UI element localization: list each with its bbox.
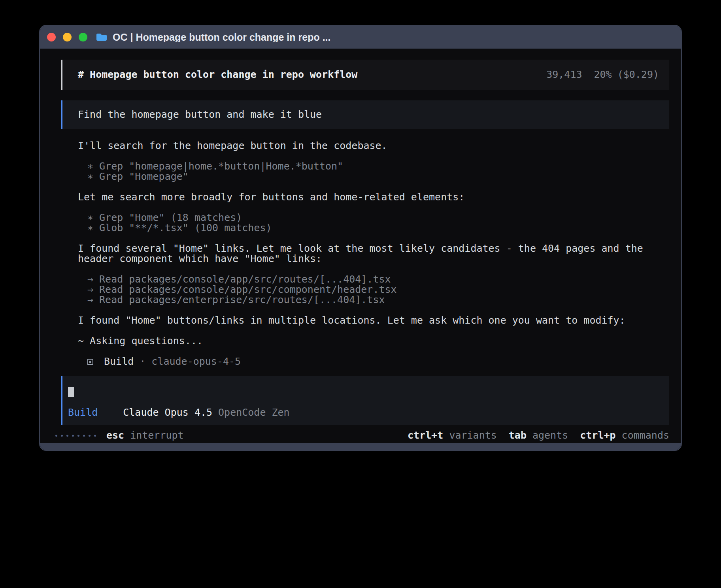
window-titlebar: OC | Homepage button color change in rep… (40, 26, 681, 49)
tool-call: ∗ Grep "Home" (18 matches) (87, 213, 669, 223)
tool-call-text: Grep "Homepage" (99, 172, 189, 182)
shortcut-label: variants (449, 430, 496, 441)
window-title: OC | Homepage button color change in rep… (113, 32, 330, 42)
statusbar: esc interrupt ctrl+t variants tab agents… (55, 430, 669, 441)
esc-label: interrupt (130, 430, 183, 441)
esc-key: esc (106, 430, 124, 441)
shortcut-label: commands (622, 430, 669, 441)
agent-name: Build (104, 356, 134, 367)
terminal-content: # Homepage button color change in repo w… (40, 49, 681, 443)
tool-call: ∗ Grep "Homepage" (87, 172, 669, 182)
text-cursor (68, 387, 74, 397)
read-call: → Read packages/enterprise/src/routes/[.… (87, 295, 669, 305)
prompt-input[interactable]: Build Claude Opus 4.5 OpenCode Zen (61, 376, 669, 425)
tool-bullet-icon: ∗ (87, 161, 93, 172)
shortcut-label: agents (532, 430, 568, 441)
close-button[interactable] (47, 33, 56, 41)
read-call-text: Read packages/enterprise/src/routes/[...… (99, 295, 385, 305)
session-cost: ($0.29) (617, 69, 659, 80)
tool-call-list: ∗ Grep "Home" (18 matches) ∗ Glob "**/*.… (61, 213, 669, 233)
assistant-paragraph: I found several "Home" links. Let me loo… (61, 243, 667, 264)
input-mode: Build (68, 407, 98, 418)
shortcut-key: tab (509, 430, 527, 441)
session-stats: 39,41320%($0.29) (546, 70, 659, 80)
user-message: Find the homepage button and make it blu… (61, 100, 669, 129)
zoom-button[interactable] (79, 33, 87, 41)
context-percent: 20% (594, 69, 612, 80)
read-call-list: → Read packages/console/app/src/routes/[… (61, 274, 669, 305)
assistant-paragraph: Let me search more broadly for buttons a… (61, 192, 667, 202)
tool-call: ∗ Grep "homepage|home.*button|Home.*butt… (87, 161, 669, 172)
working-dots (55, 435, 96, 437)
tool-call-text: Grep "homepage|home.*button|Home.*button… (99, 161, 343, 172)
terminal-window: OC | Homepage button color change in rep… (39, 25, 682, 451)
interrupt-shortcut: esc interrupt (106, 430, 184, 441)
tool-bullet-icon: ∗ (87, 223, 93, 233)
agent-icon (87, 359, 93, 365)
minimize-button[interactable] (63, 33, 72, 41)
token-count: 39,413 (546, 69, 582, 80)
read-call-text: Read packages/console/app/src/component/… (99, 285, 397, 295)
read-call: → Read packages/console/app/src/routes/[… (87, 274, 669, 285)
assistant-status-text: ~ Asking questions... (61, 336, 667, 346)
tool-call-text: Glob "**/*.tsx" (100 matches) (99, 223, 272, 233)
arrow-right-icon: → (87, 274, 93, 285)
window-bottom-bar (40, 443, 681, 450)
tool-call-list: ∗ Grep "homepage|home.*button|Home.*butt… (61, 161, 669, 182)
assistant-paragraph: I'll search for the homepage button in t… (61, 141, 667, 151)
agent-model: claude-opus-4-5 (151, 356, 241, 367)
session-header: # Homepage button color change in repo w… (61, 60, 669, 90)
tool-bullet-icon: ∗ (87, 213, 93, 223)
session-title: # Homepage button color change in repo w… (78, 70, 357, 80)
folder-icon (96, 33, 107, 41)
input-provider: OpenCode Zen (218, 407, 290, 418)
input-mode-row: Build Claude Opus 4.5 OpenCode Zen (68, 407, 661, 418)
read-call-text: Read packages/console/app/src/routes/[..… (99, 274, 391, 285)
agent-separator: · (140, 356, 145, 367)
shortcut-agents: tab agents (509, 430, 568, 441)
shortcut-key: ctrl+p (580, 430, 615, 441)
shortcut-hints: ctrl+t variants tab agents ctrl+p comman… (408, 430, 669, 441)
read-call: → Read packages/console/app/src/componen… (87, 285, 669, 295)
agent-status: Build · claude-opus-4-5 (61, 356, 669, 367)
tool-call: ∗ Glob "**/*.tsx" (100 matches) (87, 223, 669, 233)
shortcut-key: ctrl+t (408, 430, 443, 441)
assistant-paragraph: I found "Home" buttons/links in multiple… (61, 315, 667, 326)
arrow-right-icon: → (87, 295, 93, 305)
shortcut-commands: ctrl+p commands (580, 430, 669, 441)
user-message-text: Find the homepage button and make it blu… (78, 109, 322, 120)
input-model: Claude Opus 4.5 (123, 407, 212, 418)
shortcut-variants: ctrl+t variants (408, 430, 497, 441)
traffic-lights (47, 33, 87, 41)
tool-call-text: Grep "Home" (18 matches) (99, 213, 242, 223)
arrow-right-icon: → (87, 285, 93, 295)
tool-bullet-icon: ∗ (87, 172, 93, 182)
